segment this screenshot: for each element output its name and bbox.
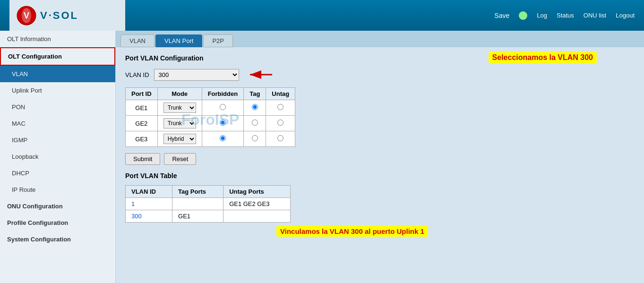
- svg-text:V: V: [24, 11, 29, 20]
- sidebar-item-system-config[interactable]: System Configuration: [0, 231, 115, 248]
- vlan-id-row: VLAN ID 300 1: [125, 68, 635, 82]
- submit-button[interactable]: Submit: [125, 153, 160, 165]
- tab-p2p[interactable]: P2P: [203, 34, 233, 47]
- port-vlan-config-section: Port VLAN Configuration Seleccionamos la…: [125, 54, 635, 165]
- forbidden-radio[interactable]: [220, 135, 226, 141]
- port-vlan-table-title: Port VLAN Table: [125, 172, 635, 180]
- sidebar-item-olt-info[interactable]: OLT Information: [0, 31, 115, 47]
- tag-cell[interactable]: [244, 131, 266, 147]
- untag-radio[interactable]: [277, 104, 283, 110]
- port-id-cell: GE2: [126, 116, 158, 131]
- tag-cell[interactable]: [244, 116, 266, 131]
- main-layout: OLT Information OLT Configuration VLAN U…: [0, 31, 644, 283]
- tag-cell[interactable]: [244, 100, 266, 116]
- header-right: Save Log Status ONU list Logout: [125, 11, 635, 20]
- mode-select[interactable]: TrunkHybridAccess: [163, 118, 196, 129]
- forbidden-cell[interactable]: [202, 100, 244, 116]
- tag-radio[interactable]: [252, 104, 258, 110]
- sidebar-item-dhcp[interactable]: DHCP: [0, 165, 115, 181]
- vlan-id-cell: 300: [126, 210, 172, 223]
- col-forbidden: Forbidden: [202, 88, 244, 100]
- vlan-id-label: VLAN ID: [125, 71, 149, 78]
- mode-cell[interactable]: TrunkHybridAccess: [157, 131, 202, 147]
- sidebar-item-profile-config[interactable]: Profile Configuration: [0, 214, 115, 231]
- sidebar-item-loopback[interactable]: Loopback: [0, 148, 115, 165]
- sidebar-item-vlan[interactable]: VLAN: [0, 66, 115, 82]
- sidebar-item-ip-route[interactable]: IP Route: [0, 181, 115, 198]
- vsol-logo-icon: V: [17, 6, 36, 26]
- sidebar-item-mac[interactable]: MAC: [0, 115, 115, 132]
- sidebar-item-pon[interactable]: PON: [0, 99, 115, 115]
- tag-radio[interactable]: [252, 120, 258, 126]
- status-indicator: [519, 11, 527, 20]
- tab-vlan-port[interactable]: VLAN Port: [155, 34, 202, 47]
- forbidden-radio[interactable]: [220, 104, 226, 110]
- col-tag: Tag: [244, 88, 266, 100]
- annotation-uplink: Vinculamos la VLAN 300 al puerto Uplink …: [276, 226, 428, 237]
- tag-ports-cell: [172, 198, 223, 210]
- mode-select[interactable]: TrunkHybridAccess: [163, 134, 196, 144]
- col-port-id: Port ID: [126, 88, 158, 100]
- header-nav: Log Status ONU list Logout: [537, 12, 635, 19]
- port-id-cell: GE3: [126, 131, 158, 147]
- vlan-id-cell: 1: [126, 198, 172, 210]
- vlan-table-col-id: VLAN ID: [126, 186, 172, 198]
- port-config-wrapper: ForoISP Port ID Mode Forbidden Tag Untag: [125, 87, 295, 152]
- onu-list-nav-item[interactable]: ONU list: [584, 12, 606, 19]
- annotation-vlan-300: Seleccionamos la VLAN 300: [489, 52, 597, 63]
- arrow-icon: [246, 68, 275, 82]
- tag-radio[interactable]: [252, 135, 258, 141]
- untag-cell[interactable]: [266, 100, 295, 116]
- sidebar-item-onu-config[interactable]: ONU Configuration: [0, 198, 115, 214]
- header: V V·SOL Save Log Status ONU list Logout: [0, 0, 644, 31]
- tab-vlan[interactable]: VLAN: [120, 34, 155, 47]
- forbidden-cell[interactable]: [202, 131, 244, 147]
- sidebar-item-olt-config[interactable]: OLT Configuration: [0, 47, 115, 66]
- tag-ports-cell: GE1: [172, 210, 223, 223]
- port-vlan-table-section: Port VLAN Table VLAN ID Tag Ports Untag …: [125, 172, 635, 223]
- vlan-table-col-untag: Untag Ports: [223, 186, 291, 198]
- forbidden-cell[interactable]: [202, 116, 244, 131]
- mode-select[interactable]: TrunkHybridAccess: [163, 103, 196, 113]
- untag-cell[interactable]: [266, 116, 295, 131]
- logo-text: V·SOL: [40, 9, 78, 22]
- main-content: VLAN VLAN Port P2P Port VLAN Configurati…: [116, 31, 644, 283]
- sidebar-item-uplink-port[interactable]: Uplink Port: [0, 82, 115, 99]
- tab-bar: VLAN VLAN Port P2P: [116, 31, 644, 47]
- col-mode: Mode: [157, 88, 202, 100]
- vlan-id-select[interactable]: 300 1: [154, 69, 239, 81]
- untag-ports-cell: GE1 GE2 GE3: [223, 198, 291, 210]
- vlan-summary-table: VLAN ID Tag Ports Untag Ports 1GE1 GE2 G…: [125, 185, 291, 223]
- sidebar-item-igmp[interactable]: IGMP: [0, 132, 115, 148]
- vlan-table-col-tag: Tag Ports: [172, 186, 223, 198]
- mode-cell[interactable]: TrunkHybridAccess: [157, 116, 202, 131]
- reset-button[interactable]: Reset: [164, 153, 196, 165]
- untag-radio[interactable]: [277, 135, 283, 141]
- content-area: Port VLAN Configuration Seleccionamos la…: [116, 47, 644, 230]
- save-button[interactable]: Save: [494, 12, 509, 19]
- logout-nav-item[interactable]: Logout: [616, 12, 635, 19]
- status-nav-item[interactable]: Status: [557, 12, 574, 19]
- port-config-table: Port ID Mode Forbidden Tag Untag GE1Trun…: [125, 87, 295, 147]
- port-id-cell: GE1: [126, 100, 158, 116]
- forbidden-radio[interactable]: [220, 120, 226, 126]
- button-row: Submit Reset: [125, 153, 635, 165]
- logo-area: V V·SOL: [9, 0, 125, 31]
- untag-radio[interactable]: [277, 120, 283, 126]
- untag-ports-cell: [223, 210, 291, 223]
- untag-cell[interactable]: [266, 131, 295, 147]
- sidebar: OLT Information OLT Configuration VLAN U…: [0, 31, 116, 283]
- mode-cell[interactable]: TrunkHybridAccess: [157, 100, 202, 116]
- log-nav-item[interactable]: Log: [537, 12, 547, 19]
- col-untag: Untag: [266, 88, 295, 100]
